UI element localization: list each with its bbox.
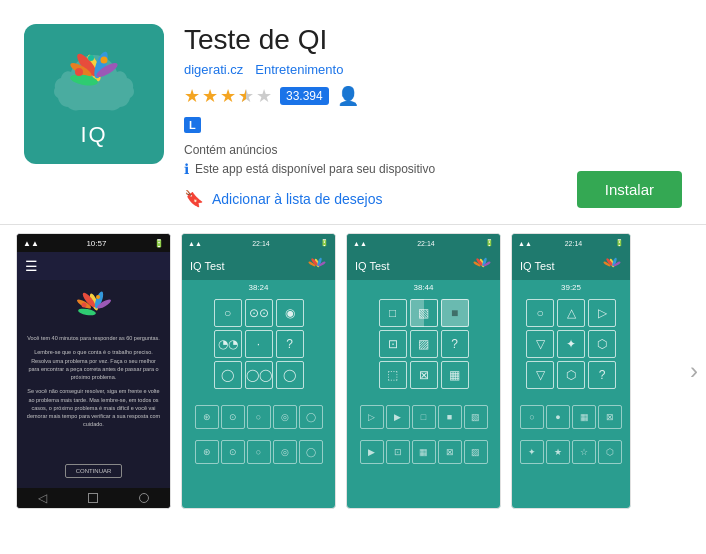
wishlist-button[interactable]: 🔖 Adicionar à lista de desejos: [184, 189, 382, 208]
statusbar-2: ▲▲ 22:14 🔋: [182, 234, 335, 252]
time-2: 22:14: [252, 240, 270, 247]
ans-1[interactable]: ⊛: [195, 405, 219, 429]
sq-ans-g[interactable]: ⊡: [386, 440, 410, 464]
time-4: 22:14: [565, 240, 583, 247]
sh-a8[interactable]: ⬡: [598, 440, 622, 464]
sq-ans-c[interactable]: □: [412, 405, 436, 429]
sq-row-2: ⊡ ▨ ?: [351, 330, 496, 358]
ans-3[interactable]: ○: [247, 405, 271, 429]
content-badge: L: [184, 117, 201, 133]
sh-9: ?: [588, 361, 616, 389]
patterns-3: □ ▧ ■ ⊡ ▨ ? ⬚ ⊠ ▦ ▷ ▶: [347, 295, 500, 508]
svg-point-6: [75, 68, 83, 76]
statusbar-1: ▲▲ 10:57 🔋: [17, 234, 170, 252]
ans-4[interactable]: ◎: [273, 405, 297, 429]
sh-a7[interactable]: ☆: [572, 440, 596, 464]
screenshot-4: ▲▲ 22:14 🔋 IQ Test 39:25 ○ △: [511, 233, 631, 509]
logo-icon-2: [307, 257, 327, 275]
ans-7[interactable]: ⊙: [221, 440, 245, 464]
battery-3: 🔋: [485, 239, 494, 247]
sq-9: ▦: [441, 361, 469, 389]
app-title: Teste de QI: [184, 24, 577, 56]
sq-ans-2: ▶ ⊡ ▦ ⊠ ▨: [351, 436, 496, 468]
navbar-1: ◁: [17, 488, 170, 508]
shape-circles: ⊙⊙: [249, 306, 269, 320]
app-icon: L IQ: [24, 24, 164, 164]
sh-a5[interactable]: ✦: [520, 440, 544, 464]
shape-dot: ·: [257, 337, 260, 351]
battery-1: 🔋: [154, 239, 164, 248]
sq-ans-h[interactable]: ▦: [412, 440, 436, 464]
bookmark-icon: 🔖: [184, 189, 204, 208]
toolbar-4: IQ Test: [512, 252, 630, 280]
sh-a6[interactable]: ★: [546, 440, 570, 464]
toolbar-3: IQ Test: [347, 252, 500, 280]
sq-3: ■: [441, 299, 469, 327]
time-3: 22:14: [417, 240, 435, 247]
battery-2: 🔋: [320, 239, 329, 247]
sq-row-1: □ ▧ ■: [351, 299, 496, 327]
sq-ans-f[interactable]: ▶: [360, 440, 384, 464]
shape-q: ?: [286, 337, 293, 351]
next-screenshot-button[interactable]: ›: [690, 357, 698, 385]
answer-row-2: ⊛ ⊙ ○ ◎ ◯: [186, 436, 331, 468]
ans-2[interactable]: ⊙: [221, 405, 245, 429]
sh-a2[interactable]: ●: [546, 405, 570, 429]
ans-10[interactable]: ◯: [299, 440, 323, 464]
top-section: L IQ Teste de QI digerati.cz Entretenime…: [0, 0, 706, 224]
ans-9[interactable]: ◎: [273, 440, 297, 464]
screenshots-section: ▲▲ 10:57 🔋 ☰ Você tem 40: [0, 224, 706, 517]
screenshot-1: ▲▲ 10:57 🔋 ☰ Você tem 40: [16, 233, 171, 509]
sq-ans-e[interactable]: ▧: [464, 405, 488, 429]
ans-6[interactable]: ⊛: [195, 440, 219, 464]
shape-c: ◔◔: [218, 337, 238, 351]
signal-icons: ▲▲: [23, 239, 39, 248]
sq-ans-b[interactable]: ▶: [386, 405, 410, 429]
wishlist-label: Adicionar à lista de desejos: [212, 191, 382, 207]
cell-1: ○: [214, 299, 242, 327]
sq-ans-a[interactable]: ▷: [360, 405, 384, 429]
available-notice: ℹ Este app está disponível para seu disp…: [184, 161, 577, 177]
signal-4: ▲▲: [518, 240, 532, 247]
app-category[interactable]: Entretenimento: [255, 62, 343, 77]
ans-8[interactable]: ○: [247, 440, 271, 464]
available-text: Este app está disponível para seu dispos…: [195, 162, 435, 176]
recents-icon: [139, 493, 149, 503]
sq-ans-i[interactable]: ⊠: [438, 440, 462, 464]
continue-button[interactable]: CONTINUAR: [65, 464, 123, 478]
sh-a4[interactable]: ⊠: [598, 405, 622, 429]
svg-point-15: [81, 303, 86, 308]
star-4: ★★: [238, 85, 254, 107]
ans-5[interactable]: ◯: [299, 405, 323, 429]
app-developer[interactable]: digerati.cz: [184, 62, 243, 77]
sh-4: ▽: [526, 330, 554, 358]
toolbar-1: ☰: [17, 252, 170, 280]
signal-2: ▲▲: [188, 240, 202, 247]
statusbar-4: ▲▲ 22:14 🔋: [512, 234, 630, 252]
svg-point-14: [77, 307, 96, 316]
ss1-content: Você tem 40 minutos para responder as 60…: [17, 280, 170, 488]
ss4-title: IQ Test: [520, 260, 555, 272]
back-icon: ◁: [38, 491, 47, 505]
cell-6: ?: [276, 330, 304, 358]
sh-6: ⬡: [588, 330, 616, 358]
patterns-2: ○ ⊙⊙ ◉ ◔◔ · ? ◯ ◯◯ ◯: [182, 295, 335, 508]
star-2: ★: [202, 85, 218, 107]
sh-a3[interactable]: ▦: [572, 405, 596, 429]
patterns-4: ○ △ ▷ ▽ ✦ ⬡ ▽ ⬡ ? ○ ● ▦: [512, 295, 630, 508]
star-1: ★: [184, 85, 200, 107]
ss1-text2: Lembre-se que o que conta é o trabalho p…: [25, 348, 162, 381]
shape-lg3: ◯: [283, 368, 296, 382]
sq-7: ⬚: [379, 361, 407, 389]
svg-point-7: [101, 57, 108, 64]
sq-ans-j[interactable]: ▨: [464, 440, 488, 464]
badge-row: L: [184, 115, 577, 133]
sq-ans-d[interactable]: ■: [438, 405, 462, 429]
install-button[interactable]: Instalar: [577, 171, 682, 208]
sh-2: △: [557, 299, 585, 327]
app-info-section: L IQ Teste de QI digerati.cz Entretenime…: [0, 0, 577, 224]
screenshots-scroll: ▲▲ 10:57 🔋 ☰ Você tem 40: [16, 233, 706, 509]
sh-a1[interactable]: ○: [520, 405, 544, 429]
ads-notice: Contém anúncios: [184, 143, 577, 157]
screenshot-2: ▲▲ 22:14 🔋 IQ Test 38:24 ○ ⊙⊙: [181, 233, 336, 509]
